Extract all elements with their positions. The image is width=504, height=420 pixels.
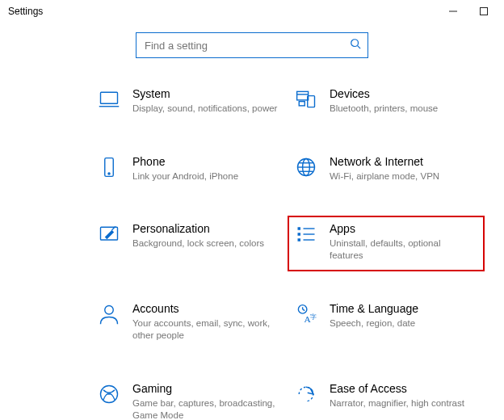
category-label: Devices <box>330 87 438 101</box>
category-label: Ease of Access <box>330 382 464 396</box>
window-controls <box>439 2 498 21</box>
search-box[interactable] <box>136 32 368 58</box>
svg-rect-3 <box>101 92 118 103</box>
category-gaming[interactable]: Gaming Game bar, captures, broadcasting,… <box>90 376 288 420</box>
search-input[interactable] <box>145 40 350 52</box>
category-text: System Display, sound, notifications, po… <box>132 87 277 115</box>
category-subtitle: Wi-Fi, airplane mode, VPN <box>330 170 439 183</box>
ease-of-access-icon <box>294 382 318 406</box>
maximize-icon <box>480 7 488 15</box>
category-subtitle: Your accounts, email, sync, work, other … <box>132 317 278 342</box>
svg-rect-5 <box>297 91 309 100</box>
search-container <box>136 32 368 58</box>
category-text: Network & Internet Wi-Fi, airplane mode,… <box>330 155 439 183</box>
xbox-icon <box>97 382 121 406</box>
category-label: Network & Internet <box>330 155 439 169</box>
system-icon <box>97 87 121 111</box>
category-personalization[interactable]: Personalization Background, lock screen,… <box>90 216 288 271</box>
svg-text:字: 字 <box>310 313 317 321</box>
category-text: Devices Bluetooth, printers, mouse <box>330 87 438 115</box>
time-language-icon: A字 <box>294 302 318 326</box>
category-subtitle: Link your Android, iPhone <box>132 170 238 183</box>
category-label: Accounts <box>132 302 278 316</box>
category-text: Apps Uninstall, defaults, optional featu… <box>330 222 475 262</box>
phone-icon <box>97 155 121 179</box>
category-text: Gaming Game bar, captures, broadcasting,… <box>132 382 278 420</box>
category-grid: System Display, sound, notifications, po… <box>0 81 504 420</box>
svg-point-24 <box>105 306 114 315</box>
category-subtitle: Display, sound, notifications, power <box>132 103 277 115</box>
category-ease-of-access[interactable]: Ease of Access Narrator, magnifier, high… <box>288 376 485 420</box>
category-text: Phone Link your Android, iPhone <box>132 155 238 183</box>
apps-icon <box>294 222 318 246</box>
svg-rect-20 <box>298 239 301 242</box>
category-subtitle: Speech, region, date <box>330 317 418 330</box>
svg-line-2 <box>358 46 361 49</box>
globe-icon <box>294 155 318 179</box>
category-subtitle: Game bar, captures, broadcasting, Game M… <box>132 397 278 420</box>
title-bar: Settings <box>0 0 504 23</box>
window-title: Settings <box>8 6 43 17</box>
search-icon <box>350 38 361 52</box>
svg-line-27 <box>303 309 305 311</box>
category-text: Time & Language Speech, region, date <box>330 302 418 330</box>
svg-rect-19 <box>298 233 301 237</box>
minimize-button[interactable] <box>439 2 467 21</box>
category-subtitle: Narrator, magnifier, high contrast <box>330 397 464 410</box>
category-label: Personalization <box>132 222 264 236</box>
category-label: System <box>132 87 277 101</box>
maximize-button[interactable] <box>470 2 498 21</box>
category-text: Accounts Your accounts, email, sync, wor… <box>132 302 278 342</box>
category-label: Gaming <box>132 382 278 396</box>
svg-point-1 <box>351 40 359 47</box>
category-accounts[interactable]: Accounts Your accounts, email, sync, wor… <box>90 296 288 351</box>
category-label: Time & Language <box>330 302 418 316</box>
category-system[interactable]: System Display, sound, notifications, po… <box>90 81 288 124</box>
devices-icon <box>294 87 318 111</box>
person-icon <box>97 302 121 326</box>
category-subtitle: Background, lock screen, colors <box>132 237 264 250</box>
category-text: Ease of Access Narrator, magnifier, high… <box>330 382 464 410</box>
category-subtitle: Uninstall, defaults, optional features <box>330 237 475 262</box>
category-text: Personalization Background, lock screen,… <box>132 222 264 250</box>
category-phone[interactable]: Phone Link your Android, iPhone <box>90 149 288 192</box>
category-label: Apps <box>330 222 475 236</box>
category-devices[interactable]: Devices Bluetooth, printers, mouse <box>288 81 485 124</box>
category-label: Phone <box>132 155 238 169</box>
settings-home: System Display, sound, notifications, po… <box>0 23 504 420</box>
paintbrush-icon <box>97 222 121 246</box>
category-time-language[interactable]: A字 Time & Language Speech, region, date <box>288 296 485 351</box>
category-apps[interactable]: Apps Uninstall, defaults, optional featu… <box>288 216 485 271</box>
category-subtitle: Bluetooth, printers, mouse <box>330 103 438 115</box>
svg-point-10 <box>108 173 110 174</box>
category-network[interactable]: Network & Internet Wi-Fi, airplane mode,… <box>288 149 485 192</box>
svg-rect-7 <box>299 102 304 106</box>
svg-rect-18 <box>298 228 301 231</box>
